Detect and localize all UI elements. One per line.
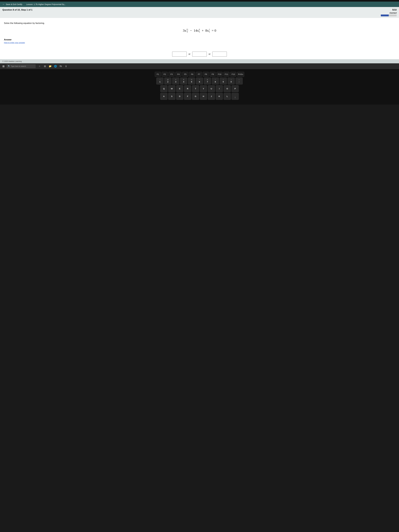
back-arrow-icon: ← xyxy=(2,3,5,6)
how-to-link[interactable]: How to enter your answer xyxy=(4,42,25,44)
question-header: Question 8 of 10, Step 1 of 1 5/10 Corre… xyxy=(0,7,399,18)
key-g[interactable]: G xyxy=(192,93,199,100)
save-exit-button[interactable]: ← Save & Exit Certify xyxy=(2,3,22,6)
laptop-bezel-top xyxy=(0,0,399,2)
answer-inputs-row: or or xyxy=(4,52,395,57)
key-f9[interactable]: F9 xyxy=(210,72,216,77)
taskbar-browser-icon[interactable]: 🌐 xyxy=(53,64,57,68)
keyboard-section: F1 F2 F3 F4 F5 F6 F7 F8 F9 F10 F11 F12 P… xyxy=(0,69,399,105)
key-h[interactable]: H xyxy=(200,93,207,100)
fn-key-row: F1 F2 F3 F4 F5 F6 F7 F8 F9 F10 F11 F12 P… xyxy=(140,72,259,77)
answer-input-2[interactable] xyxy=(192,52,207,57)
qwerty-key-row: Q W E R T Y U I O P xyxy=(140,85,259,92)
key-t[interactable]: T xyxy=(192,85,199,92)
key-k[interactable]: K xyxy=(216,93,223,100)
key-o[interactable]: O xyxy=(224,85,231,92)
key-l[interactable]: L xyxy=(224,93,231,100)
equation-display: 3x115 − 14x65 + 8x15 = 0 xyxy=(183,29,216,33)
key-y[interactable]: Y xyxy=(200,85,207,92)
answer-input-1[interactable] xyxy=(172,52,187,57)
score-fraction: 5/10 xyxy=(392,9,397,11)
key-0[interactable]: )0 xyxy=(228,78,235,84)
key-4[interactable]: $4 xyxy=(180,78,187,84)
key-f8[interactable]: F8 xyxy=(203,72,209,77)
key-f12[interactable]: F12 xyxy=(230,72,236,77)
key-5[interactable]: %5 xyxy=(188,78,195,84)
exponent-3: 15 xyxy=(209,29,210,33)
taskbar-search[interactable]: 🔍 Type here to search xyxy=(6,64,36,68)
key-prtsc[interactable]: PrtSc xyxy=(237,72,244,77)
footer: © 2020 Hawkes Learning xyxy=(0,59,399,63)
start-button[interactable]: ⊞ xyxy=(1,64,6,69)
asdf-key-row: A S D F G H J K L :; xyxy=(140,93,259,100)
or-label-2: or xyxy=(209,53,210,55)
key-6[interactable]: ^6 xyxy=(196,78,203,84)
search-icon: 🔍 xyxy=(8,65,10,67)
key-f[interactable]: F xyxy=(184,93,191,100)
key-f5[interactable]: F5 xyxy=(182,72,188,77)
lesson-title: Lesson: 1.7b Higher Degree Polynomial Eq… xyxy=(26,3,66,5)
taskbar-info-icon[interactable]: ℹ xyxy=(64,64,68,68)
answer-section: Answer How to enter your answer or or xyxy=(4,38,395,57)
key-f11[interactable]: F11 xyxy=(223,72,229,77)
taskbar-icons: ○ ⊞ 📁 🌐 🛍 ℹ xyxy=(38,64,68,68)
key-d[interactable]: D xyxy=(176,93,183,100)
key-j[interactable]: J xyxy=(208,93,215,100)
key-w[interactable]: W xyxy=(168,85,175,92)
key-f2[interactable]: F2 xyxy=(162,72,168,77)
key-f1[interactable]: F1 xyxy=(155,72,161,77)
main-content: Solve the following equation by factorin… xyxy=(0,18,399,59)
answer-input-3[interactable] xyxy=(212,52,227,57)
key-f10[interactable]: F10 xyxy=(216,72,223,77)
key-a[interactable]: A xyxy=(160,93,167,100)
key-f4[interactable]: F4 xyxy=(175,72,181,77)
problem-instruction: Solve the following equation by factorin… xyxy=(4,22,395,25)
key-3[interactable]: #3 xyxy=(172,78,179,84)
taskbar-apps-icon[interactable]: ⊞ xyxy=(43,64,47,68)
taskbar: ⊞ 🔍 Type here to search ○ ⊞ 📁 🌐 🛍 ℹ xyxy=(0,63,399,69)
taskbar-store-icon[interactable]: 🛍 xyxy=(59,64,63,68)
key-7[interactable]: &7 xyxy=(204,78,211,84)
taskbar-circle-icon[interactable]: ○ xyxy=(38,64,42,68)
key-f3[interactable]: F3 xyxy=(169,72,175,77)
exponent-1: 115 xyxy=(186,29,188,33)
key-9[interactable]: (9 xyxy=(220,78,227,84)
key-r[interactable]: R xyxy=(184,85,191,92)
key-s[interactable]: S xyxy=(168,93,175,100)
top-nav: ← Save & Exit Certify Lesson: 1.7b Highe… xyxy=(0,2,399,7)
score-bar-fill xyxy=(381,14,389,16)
score-bar xyxy=(381,14,397,16)
key-e[interactable]: E xyxy=(176,85,183,92)
key-q[interactable]: Q xyxy=(160,85,167,92)
copyright: © 2020 Hawkes Learning xyxy=(2,60,22,62)
key-u[interactable]: U xyxy=(208,85,215,92)
equation-area: 3x115 − 14x65 + 8x15 = 0 xyxy=(4,29,395,33)
key-1[interactable]: !1 xyxy=(156,78,164,84)
key-8[interactable]: *8 xyxy=(212,78,219,84)
search-label: Type here to search xyxy=(11,65,26,67)
number-key-row: !1 @2 #3 $4 %5 ^6 &7 *8 (9 )0 —- xyxy=(140,78,259,84)
score-box: 5/10 Correct xyxy=(381,9,397,16)
key-2[interactable]: @2 xyxy=(164,78,171,84)
keyboard: F1 F2 F3 F4 F5 F6 F7 F8 F9 F10 F11 F12 P… xyxy=(140,72,259,100)
exponent-2: 65 xyxy=(199,29,200,33)
key-f6[interactable]: F6 xyxy=(189,72,195,77)
key-f7[interactable]: F7 xyxy=(196,72,202,77)
taskbar-files-icon[interactable]: 📁 xyxy=(48,64,52,68)
key-minus[interactable]: —- xyxy=(235,78,243,84)
answer-label: Answer xyxy=(4,38,395,41)
key-p[interactable]: P xyxy=(232,85,239,92)
or-label-1: or xyxy=(189,53,190,55)
key-i[interactable]: I xyxy=(216,85,223,92)
score-label: Correct xyxy=(390,12,397,14)
key-semicolon[interactable]: :; xyxy=(232,93,239,100)
save-exit-label: Save & Exit Certify xyxy=(6,3,22,5)
question-info: Question 8 of 10, Step 1 of 1 xyxy=(2,9,32,11)
screen: ← Save & Exit Certify Lesson: 1.7b Highe… xyxy=(0,0,399,69)
